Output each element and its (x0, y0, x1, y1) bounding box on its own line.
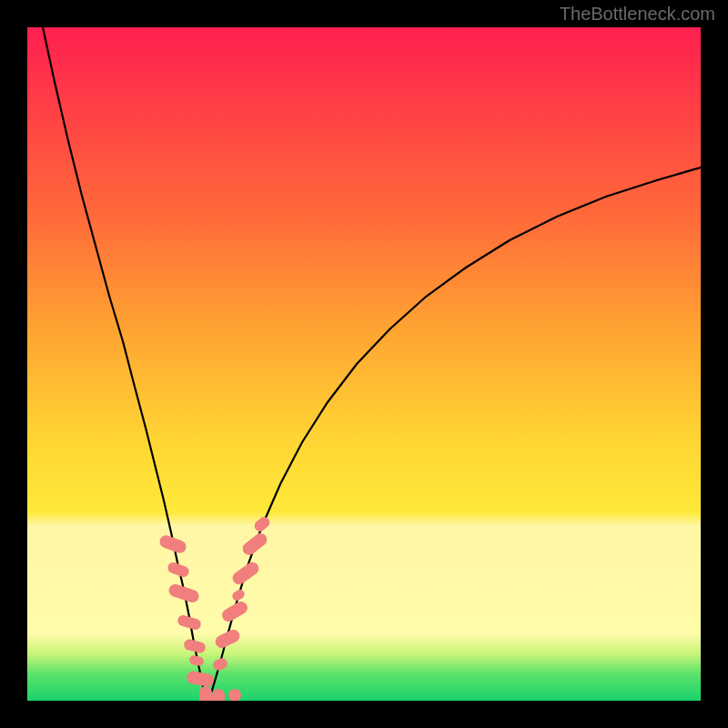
scatter-point (212, 689, 225, 701)
scatter-point (252, 515, 272, 534)
scatter-point (230, 560, 261, 587)
scatter-point (240, 531, 269, 558)
plot-area (27, 27, 701, 701)
scatter-point (213, 628, 241, 651)
scatter-point (230, 588, 246, 602)
scatter-point (211, 656, 228, 672)
scatter-point (228, 689, 241, 701)
curve-layer (27, 27, 701, 701)
scatter-point (188, 654, 205, 666)
watermark-text: TheBottleneck.com (560, 4, 715, 25)
scatter-markers (158, 515, 272, 701)
scatter-point (183, 638, 207, 653)
curve-right (209, 167, 701, 699)
scatter-point (220, 599, 250, 623)
chart-frame: TheBottleneck.com (0, 0, 728, 728)
scatter-point (186, 671, 215, 688)
scatter-point (199, 686, 212, 701)
